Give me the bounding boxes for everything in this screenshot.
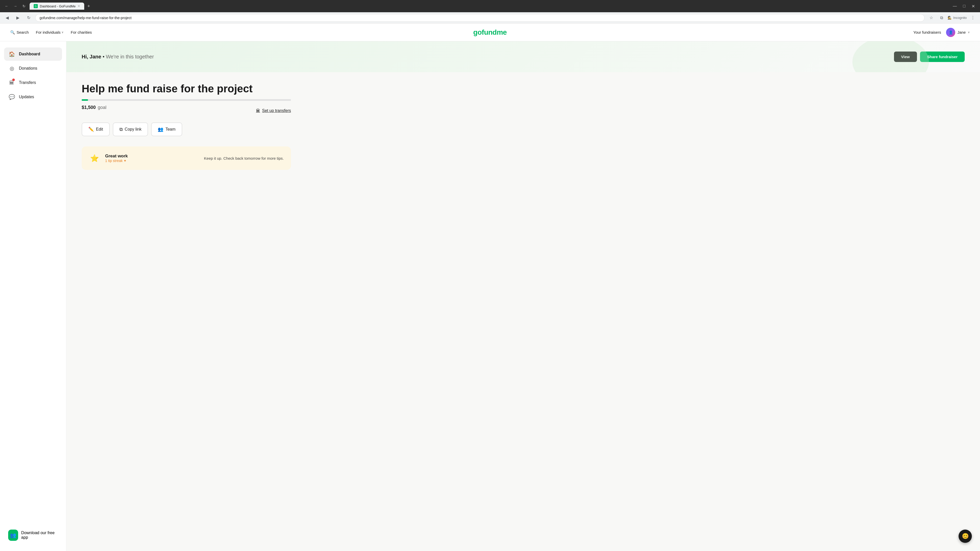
- header-right: Your fundraisers 👤 Jane ∨: [913, 28, 970, 37]
- tip-section: ⭐ Great work 1 tip streak ✦ Keep it up. …: [66, 146, 980, 180]
- edit-button[interactable]: ✏️ Edit: [82, 122, 110, 136]
- sidebar-item-transfers[interactable]: 🏛 Transfers: [4, 76, 62, 89]
- for-charities-link[interactable]: For charities: [71, 30, 92, 35]
- dashboard-icon: 🏠: [8, 51, 15, 58]
- greeting-subtitle: We're in this together: [106, 54, 154, 59]
- goal-text: $1,500 goal: [82, 105, 107, 110]
- active-tab[interactable]: G Dashboard - GoFundMe ✕: [30, 3, 84, 10]
- site-wrapper: 🔍 Search For individuals ∨ For charities…: [0, 24, 980, 551]
- for-individuals-link[interactable]: For individuals ∨: [36, 30, 64, 35]
- main-layout: 🏠 Dashboard ◎ Donations 🏛 Transfers 💬 Up…: [0, 41, 980, 551]
- incognito-label: Incognito: [953, 16, 967, 20]
- window-close-button[interactable]: ✕: [969, 3, 977, 9]
- share-fundraiser-button[interactable]: Share fundraiser: [920, 52, 965, 62]
- header-left: 🔍 Search For individuals ∨ For charities: [10, 30, 92, 35]
- fundraiser-title: Help me fund raise for the project: [82, 83, 965, 95]
- edit-icon: ✏️: [88, 127, 94, 132]
- menu-button[interactable]: ⋮: [969, 14, 977, 22]
- bookmark-button[interactable]: ☆: [927, 14, 935, 22]
- sidebar-bottom: 👥 Download our free app: [4, 526, 62, 545]
- sidebar-item-label-transfers: Transfers: [19, 80, 36, 85]
- sidebar-item-label-updates: Updates: [19, 95, 34, 99]
- window-controls: — □ ✕: [951, 3, 977, 9]
- chat-icon: 😊: [962, 533, 969, 540]
- team-label: Team: [165, 127, 175, 132]
- goal-row: $1,500 goal 🏛 Set up transfers: [82, 105, 291, 116]
- team-icon: 👥: [158, 127, 163, 132]
- copy-link-label: Copy link: [125, 127, 142, 132]
- address-actions: ☆ ⧉ 🕵 Incognito ⋮: [927, 14, 977, 22]
- greeting-text: Hi, Jane • We're in this together: [82, 54, 154, 60]
- fundraiser-section: Help me fund raise for the project $1,50…: [66, 72, 980, 146]
- banner-actions: View Share fundraiser: [894, 52, 965, 62]
- goal-amount: $1,500: [82, 105, 96, 110]
- gofundme-logo[interactable]: gofundme: [473, 28, 507, 37]
- sidebar-item-updates[interactable]: 💬 Updates: [4, 90, 62, 103]
- tip-streak: 1 tip streak ✦: [105, 159, 199, 163]
- user-chevron-icon: ∨: [968, 30, 970, 34]
- sidebar: 🏠 Dashboard ◎ Donations 🏛 Transfers 💬 Up…: [0, 41, 66, 551]
- split-view-button[interactable]: ⧉: [937, 14, 945, 22]
- tab-close-button[interactable]: ✕: [78, 4, 80, 8]
- maximize-button[interactable]: □: [961, 3, 967, 9]
- browser-controls: ← → ↻: [3, 3, 27, 10]
- edit-label: Edit: [96, 127, 103, 132]
- greeting-separator: •: [103, 54, 106, 59]
- user-name: Jane: [957, 30, 966, 35]
- your-fundraisers-link[interactable]: Your fundraisers: [913, 30, 941, 35]
- goal-label: goal: [98, 105, 107, 110]
- minimize-button[interactable]: —: [951, 3, 959, 9]
- notification-dot: [12, 79, 15, 81]
- tab-bar: G Dashboard - GoFundMe ✕ +: [30, 3, 948, 10]
- tab-favicon: G: [34, 4, 38, 8]
- sidebar-item-label-dashboard: Dashboard: [19, 52, 40, 56]
- tip-star-icon: ⭐: [89, 152, 100, 164]
- tab-title: Dashboard - GoFundMe: [40, 4, 76, 8]
- address-bar-row: ◀ ▶ ↻ ☆ ⧉ 🕵 Incognito ⋮: [0, 12, 980, 24]
- back-nav-button[interactable]: ◀: [3, 14, 11, 22]
- incognito-icon: 🕵: [948, 16, 952, 20]
- tip-card: ⭐ Great work 1 tip streak ✦ Keep it up. …: [82, 146, 291, 170]
- updates-icon: 💬: [8, 94, 15, 100]
- app-icon: 👥: [8, 530, 18, 541]
- search-icon: 🔍: [10, 30, 15, 35]
- forward-nav-button[interactable]: ▶: [14, 14, 22, 22]
- setup-transfers-icon: 🏛: [256, 108, 260, 113]
- browser-chrome: ← → ↻ G Dashboard - GoFundMe ✕ + — □ ✕: [0, 0, 980, 12]
- site-header: 🔍 Search For individuals ∨ For charities…: [0, 24, 980, 41]
- dashboard-banner: Hi, Jane • We're in this together View S…: [66, 41, 980, 72]
- action-buttons: ✏️ Edit ⧉ Copy link 👥 Team: [82, 122, 965, 136]
- copy-link-button[interactable]: ⧉ Copy link: [113, 122, 148, 136]
- setup-transfers-link[interactable]: 🏛 Set up transfers: [256, 108, 291, 113]
- progress-bar-fill: [82, 99, 88, 101]
- back-button[interactable]: ←: [3, 3, 10, 10]
- address-input[interactable]: [35, 14, 924, 22]
- setup-transfers-label: Set up transfers: [262, 108, 291, 113]
- tip-body: Keep it up. Check back tomorrow for more…: [204, 156, 284, 160]
- sidebar-item-donations[interactable]: ◎ Donations: [4, 62, 62, 75]
- tip-content: Great work 1 tip streak ✦: [105, 154, 199, 163]
- refresh-nav-button[interactable]: ↻: [24, 14, 33, 22]
- chat-bubble[interactable]: 😊: [959, 530, 972, 543]
- for-individuals-chevron: ∨: [62, 30, 64, 34]
- progress-bar-container: [82, 99, 291, 101]
- user-menu[interactable]: 👤 Jane ∨: [946, 28, 970, 37]
- logo-center: gofundme: [473, 28, 507, 37]
- new-tab-button[interactable]: +: [85, 3, 92, 10]
- tip-title: Great work: [105, 154, 199, 159]
- forward-button[interactable]: →: [12, 3, 19, 10]
- refresh-button[interactable]: ↻: [21, 3, 27, 10]
- sidebar-item-label-donations: Donations: [19, 66, 37, 71]
- donations-icon: ◎: [8, 65, 15, 72]
- download-app-link[interactable]: 👥 Download our free app: [8, 530, 58, 541]
- team-button[interactable]: 👥 Team: [151, 122, 182, 136]
- copy-icon: ⧉: [119, 127, 123, 132]
- greeting-name: Hi, Jane: [82, 54, 101, 59]
- for-charities-label: For charities: [71, 30, 92, 35]
- for-individuals-label: For individuals: [36, 30, 61, 35]
- view-button[interactable]: View: [894, 52, 917, 62]
- search-label: Search: [17, 30, 29, 35]
- search-link[interactable]: 🔍 Search: [10, 30, 29, 35]
- incognito-badge: 🕵 Incognito: [948, 16, 967, 20]
- sidebar-item-dashboard[interactable]: 🏠 Dashboard: [4, 48, 62, 61]
